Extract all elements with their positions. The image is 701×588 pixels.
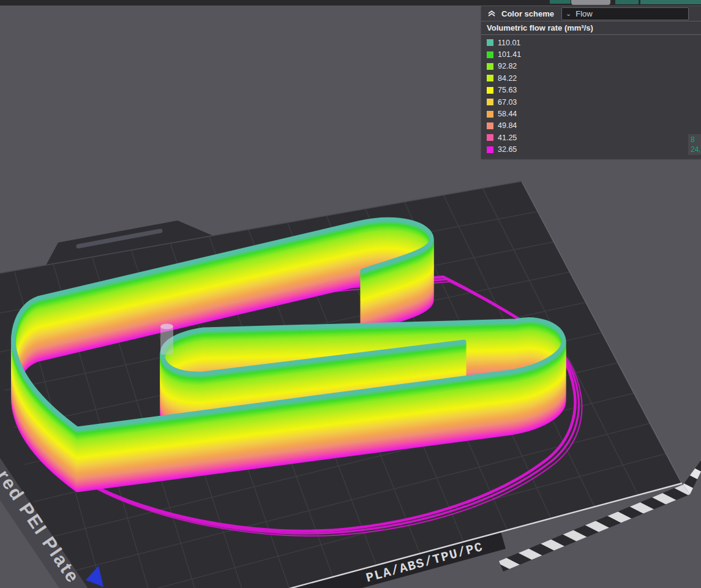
legend-item: 32.65 [487, 144, 701, 156]
legend-title: Volumetric flow rate (mm³/s) [481, 21, 701, 35]
legend-swatch [487, 123, 493, 129]
legend-item: 75.63 [487, 85, 701, 96]
legend-swatch [487, 39, 493, 46]
legend-item: 92.82 [487, 61, 701, 72]
legend-item: 41.25 [487, 132, 701, 143]
legend-item: 58.44 [487, 108, 701, 119]
estimate-info-box: 8 24, [688, 134, 701, 155]
legend-value: 67.03 [498, 98, 517, 107]
legend-swatch [487, 75, 493, 81]
info-line: 8 [691, 135, 701, 145]
legend-item: 67.03 [487, 96, 701, 108]
collapse-chevron-icon[interactable] [487, 9, 497, 18]
legend-swatch [487, 146, 493, 153]
legend-value: 41.25 [498, 134, 517, 142]
legend-value: 58.44 [498, 110, 517, 118]
legend-item: 101.41 [487, 48, 701, 60]
legend-swatch [487, 111, 493, 118]
legend-item: 110.01 [487, 37, 701, 48]
toolbar-button-remnant-icon[interactable] [571, 0, 610, 5]
legend-value: 101.41 [498, 50, 521, 59]
legend-swatch [487, 134, 493, 141]
legend-value: 49.84 [498, 121, 517, 130]
legend-value: 110.01 [498, 39, 520, 47]
legend-swatch [487, 51, 493, 58]
legend-value: 92.82 [498, 62, 517, 70]
legend-header: Color scheme ⌄ Flow [481, 6, 701, 21]
legend-item: 49.84 [487, 120, 701, 132]
legend-panel: Color scheme ⌄ Flow Volumetric flow rate… [481, 6, 701, 159]
legend-item: 84.22 [487, 72, 701, 84]
info-line: 24, [691, 145, 701, 154]
toolbar-button-remnant-icon[interactable] [640, 0, 701, 4]
legend-swatch [487, 63, 493, 70]
color-scheme-label: Color scheme [501, 9, 554, 18]
color-scheme-dropdown[interactable]: ⌄ Flow [561, 7, 689, 20]
legend-swatch [487, 99, 493, 105]
prime-post [160, 323, 173, 355]
legend-swatch [487, 87, 493, 94]
toolbar-button-remnant-icon[interactable] [615, 0, 639, 4]
toolbar-button-remnant-icon[interactable] [550, 0, 571, 4]
legend-value: 84.22 [498, 74, 517, 83]
color-scheme-value: Flow [575, 9, 592, 18]
top-toolbar-remnant [0, 0, 701, 6]
legend-rows: 110.01101.4192.8284.2275.6367.0358.4449.… [481, 35, 701, 159]
chevron-down-icon: ⌄ [566, 10, 571, 17]
slicer-preview-window: PLA/ABS/TPU/PC red PEI Plate Color schem… [0, 0, 701, 588]
legend-value: 75.63 [498, 86, 517, 94]
legend-value: 32.65 [498, 145, 517, 154]
